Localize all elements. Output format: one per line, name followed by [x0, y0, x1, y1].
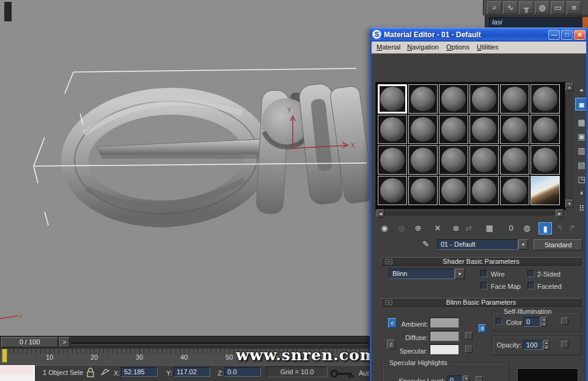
sample-slot[interactable]	[408, 84, 438, 114]
specular-level-map-button[interactable]	[476, 376, 483, 381]
perspective-viewport[interactable]: Y X x	[0, 0, 370, 336]
sample-slot[interactable]	[469, 176, 499, 205]
title-bar[interactable]: S Material Editor - 01 - Default — □ ×	[370, 27, 588, 42]
current-frame-marker[interactable]	[2, 349, 7, 363]
material-id-channel-icon[interactable]: 0	[504, 222, 518, 234]
show-map-in-viewport-icon[interactable]: ◍	[520, 222, 534, 234]
sample-slot[interactable]	[408, 145, 438, 175]
put-material-to-scene-icon[interactable]: ◎	[395, 222, 408, 234]
curve-editor-icon[interactable]: ∿	[503, 1, 518, 14]
rollout-blinn-basic-parameters[interactable]: - Blinn Basic Parameters	[381, 298, 581, 307]
next-frame-button[interactable]: >	[59, 337, 70, 347]
render-scene-icon[interactable]: ▭	[551, 1, 565, 14]
set-key-icon[interactable]	[330, 368, 357, 380]
sample-slot[interactable]	[500, 176, 529, 205]
select-by-material-icon[interactable]: ◖	[575, 186, 586, 199]
sample-slot[interactable]	[531, 115, 560, 144]
sample-slot[interactable]	[531, 84, 560, 114]
ambient-color-swatch[interactable]	[430, 318, 459, 328]
put-to-library-icon[interactable]: ▦	[483, 222, 496, 234]
sample-slot[interactable]	[378, 145, 407, 175]
scroll-left-icon[interactable]: ◀	[377, 209, 384, 217]
self-illum-map-button[interactable]	[561, 318, 568, 325]
material-map-navigator-icon[interactable]: ⠿	[575, 202, 586, 215]
minimize-button[interactable]: —	[548, 30, 560, 40]
background-icon[interactable]: ▦	[575, 116, 586, 129]
auto-key-button[interactable]: Aut	[359, 369, 370, 377]
sample-slot[interactable]	[439, 84, 468, 114]
rollout-shader-basic-parameters[interactable]: - Shader Basic Parameters	[381, 257, 581, 266]
pick-material-icon[interactable]: ✎	[422, 239, 432, 249]
scroll-up-icon[interactable]: ▲	[565, 83, 573, 91]
schematic-view-icon[interactable]: ╥	[519, 1, 534, 14]
wire-checkbox[interactable]	[480, 270, 488, 277]
close-button[interactable]: ×	[574, 30, 586, 40]
sample-slot[interactable]	[500, 145, 529, 175]
show-end-result-icon[interactable]: ▮	[538, 222, 552, 234]
sample-slot[interactable]	[469, 115, 499, 144]
sample-slot-environment[interactable]	[531, 176, 560, 205]
render-list-icon[interactable]: ≡	[567, 1, 581, 14]
menu-material[interactable]: Material	[377, 43, 400, 51]
menu-navigation[interactable]: Navigation	[407, 43, 439, 51]
sample-slot[interactable]	[500, 84, 529, 114]
material-editor-icon[interactable]: ◍	[535, 1, 549, 14]
x-coordinate-field[interactable]: 52.185	[121, 367, 158, 377]
backlight-icon[interactable]: ◙	[575, 98, 586, 111]
time-slider-track[interactable]	[71, 342, 369, 345]
material-name-dropdown-arrow[interactable]: ▼	[518, 239, 528, 250]
named-selection-field[interactable]: lasi	[489, 17, 583, 28]
material-editor-options-icon[interactable]: ◳	[575, 173, 586, 186]
scroll-right-icon[interactable]: ▶	[556, 209, 564, 217]
faceted-checkbox[interactable]	[527, 282, 535, 289]
go-to-parent-icon[interactable]: ↰	[553, 222, 567, 234]
self-illum-value-field[interactable]: 0	[523, 317, 540, 327]
palette-vertical-scrollbar[interactable]: ▲ ▼	[565, 83, 573, 208]
self-illum-color-checkbox[interactable]	[496, 318, 502, 325]
opacity-field[interactable]: 100	[523, 340, 543, 350]
sample-uv-tiling-icon[interactable]: ▣	[575, 130, 586, 143]
two-sided-checkbox[interactable]	[527, 270, 535, 277]
ambient-diffuse-map-lock[interactable]: 8	[479, 324, 486, 333]
zoom-tool-icon[interactable]: ⌕	[487, 1, 502, 14]
specular-level-spinner[interactable]: ▲▼	[463, 376, 469, 381]
get-material-icon[interactable]: ◉	[378, 222, 391, 234]
sample-type-icon[interactable]: ◓	[575, 84, 586, 97]
sample-slot[interactable]	[500, 115, 529, 144]
y-coordinate-field[interactable]: 117.02	[174, 367, 210, 377]
sample-slot[interactable]	[378, 176, 407, 205]
sample-slot[interactable]	[439, 115, 468, 144]
sample-slot[interactable]	[408, 176, 438, 205]
shader-type-dropdown[interactable]: Blinn	[389, 269, 455, 279]
sample-slot[interactable]	[439, 176, 468, 205]
sample-slot[interactable]	[469, 84, 499, 114]
menu-options[interactable]: Options	[446, 43, 469, 51]
material-type-button[interactable]: Standard	[534, 239, 582, 250]
maxscript-mini-listener[interactable]	[0, 365, 35, 381]
sample-slot-selected[interactable]	[378, 84, 407, 114]
scroll-down-icon[interactable]: ▼	[565, 200, 573, 208]
specular-level-field[interactable]: 0	[447, 376, 463, 381]
sample-slot[interactable]	[469, 145, 499, 175]
make-material-copy-icon[interactable]: ⊗	[449, 222, 463, 234]
assign-material-icon[interactable]: ⊕	[411, 222, 425, 234]
time-slider-button[interactable]: 0 / 100	[1, 337, 58, 347]
sample-slot[interactable]	[439, 145, 468, 175]
material-name-dropdown[interactable]: 01 - Default	[437, 239, 518, 250]
collapse-icon[interactable]: -	[385, 259, 392, 264]
palette-horizontal-scrollbar[interactable]: ◀ ▶	[377, 209, 564, 217]
diffuse-map-button[interactable]	[465, 332, 472, 339]
sample-slot[interactable]	[378, 115, 407, 144]
shader-dropdown-arrow[interactable]: ▼	[455, 269, 465, 279]
maximize-button[interactable]: □	[561, 30, 573, 40]
menu-utilities[interactable]: Utilities	[477, 43, 498, 51]
specular-color-swatch[interactable]	[430, 344, 459, 355]
sample-slot[interactable]	[531, 145, 560, 175]
face-map-checkbox[interactable]	[480, 282, 488, 289]
opacity-spinner[interactable]: ▲▼	[543, 340, 549, 350]
z-coordinate-field[interactable]: 0.0	[224, 367, 261, 377]
go-forward-sibling-icon[interactable]: ↱	[565, 222, 579, 234]
diffuse-color-swatch[interactable]	[430, 331, 459, 341]
collapse-icon[interactable]: -	[385, 300, 392, 305]
make-preview-icon[interactable]: ▤	[575, 159, 586, 172]
